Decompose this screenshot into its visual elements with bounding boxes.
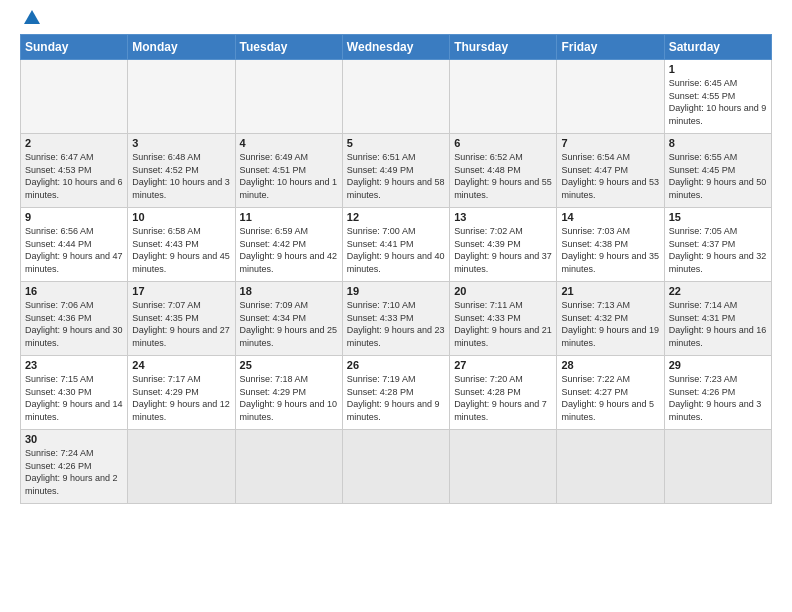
- calendar-cell: 18Sunrise: 7:09 AM Sunset: 4:34 PM Dayli…: [235, 282, 342, 356]
- calendar-cell: 17Sunrise: 7:07 AM Sunset: 4:35 PM Dayli…: [128, 282, 235, 356]
- calendar-header-thursday: Thursday: [450, 35, 557, 60]
- day-info: Sunrise: 7:23 AM Sunset: 4:26 PM Dayligh…: [669, 373, 767, 423]
- calendar-week-row-3: 9Sunrise: 6:56 AM Sunset: 4:44 PM Daylig…: [21, 208, 772, 282]
- calendar-header-row: SundayMondayTuesdayWednesdayThursdayFrid…: [21, 35, 772, 60]
- calendar-cell: 3Sunrise: 6:48 AM Sunset: 4:52 PM Daylig…: [128, 134, 235, 208]
- day-number: 27: [454, 359, 552, 371]
- calendar-cell: 9Sunrise: 6:56 AM Sunset: 4:44 PM Daylig…: [21, 208, 128, 282]
- day-number: 14: [561, 211, 659, 223]
- day-number: 23: [25, 359, 123, 371]
- day-number: 24: [132, 359, 230, 371]
- calendar-cell: 5Sunrise: 6:51 AM Sunset: 4:49 PM Daylig…: [342, 134, 449, 208]
- day-info: Sunrise: 7:02 AM Sunset: 4:39 PM Dayligh…: [454, 225, 552, 275]
- calendar-cell: 30Sunrise: 7:24 AM Sunset: 4:26 PM Dayli…: [21, 430, 128, 504]
- day-info: Sunrise: 6:48 AM Sunset: 4:52 PM Dayligh…: [132, 151, 230, 201]
- day-number: 15: [669, 211, 767, 223]
- logo-icon: [20, 16, 40, 24]
- calendar-cell: [235, 60, 342, 134]
- calendar-cell: [450, 430, 557, 504]
- day-info: Sunrise: 7:24 AM Sunset: 4:26 PM Dayligh…: [25, 447, 123, 497]
- day-number: 2: [25, 137, 123, 149]
- calendar-cell: 28Sunrise: 7:22 AM Sunset: 4:27 PM Dayli…: [557, 356, 664, 430]
- calendar-week-row-6: 30Sunrise: 7:24 AM Sunset: 4:26 PM Dayli…: [21, 430, 772, 504]
- day-number: 4: [240, 137, 338, 149]
- day-info: Sunrise: 7:15 AM Sunset: 4:30 PM Dayligh…: [25, 373, 123, 423]
- day-info: Sunrise: 6:55 AM Sunset: 4:45 PM Dayligh…: [669, 151, 767, 201]
- calendar-cell: 11Sunrise: 6:59 AM Sunset: 4:42 PM Dayli…: [235, 208, 342, 282]
- calendar-header-tuesday: Tuesday: [235, 35, 342, 60]
- calendar-cell: [235, 430, 342, 504]
- header: [20, 16, 772, 24]
- calendar-cell: [128, 430, 235, 504]
- day-info: Sunrise: 7:06 AM Sunset: 4:36 PM Dayligh…: [25, 299, 123, 349]
- day-info: Sunrise: 7:09 AM Sunset: 4:34 PM Dayligh…: [240, 299, 338, 349]
- calendar-cell: 12Sunrise: 7:00 AM Sunset: 4:41 PM Dayli…: [342, 208, 449, 282]
- day-number: 26: [347, 359, 445, 371]
- page: SundayMondayTuesdayWednesdayThursdayFrid…: [0, 0, 792, 514]
- day-number: 9: [25, 211, 123, 223]
- calendar-header-wednesday: Wednesday: [342, 35, 449, 60]
- calendar-cell: [664, 430, 771, 504]
- calendar-header-saturday: Saturday: [664, 35, 771, 60]
- calendar-cell: 23Sunrise: 7:15 AM Sunset: 4:30 PM Dayli…: [21, 356, 128, 430]
- calendar-cell: [342, 430, 449, 504]
- calendar-week-row-5: 23Sunrise: 7:15 AM Sunset: 4:30 PM Dayli…: [21, 356, 772, 430]
- day-number: 19: [347, 285, 445, 297]
- day-number: 17: [132, 285, 230, 297]
- day-number: 1: [669, 63, 767, 75]
- calendar-cell: 4Sunrise: 6:49 AM Sunset: 4:51 PM Daylig…: [235, 134, 342, 208]
- calendar-cell: 8Sunrise: 6:55 AM Sunset: 4:45 PM Daylig…: [664, 134, 771, 208]
- calendar-cell: 29Sunrise: 7:23 AM Sunset: 4:26 PM Dayli…: [664, 356, 771, 430]
- day-number: 20: [454, 285, 552, 297]
- day-number: 30: [25, 433, 123, 445]
- day-number: 28: [561, 359, 659, 371]
- calendar-cell: 13Sunrise: 7:02 AM Sunset: 4:39 PM Dayli…: [450, 208, 557, 282]
- day-number: 3: [132, 137, 230, 149]
- calendar-cell: [557, 430, 664, 504]
- day-info: Sunrise: 6:51 AM Sunset: 4:49 PM Dayligh…: [347, 151, 445, 201]
- calendar-header-sunday: Sunday: [21, 35, 128, 60]
- day-number: 7: [561, 137, 659, 149]
- calendar-cell: 27Sunrise: 7:20 AM Sunset: 4:28 PM Dayli…: [450, 356, 557, 430]
- day-info: Sunrise: 7:20 AM Sunset: 4:28 PM Dayligh…: [454, 373, 552, 423]
- day-number: 18: [240, 285, 338, 297]
- day-info: Sunrise: 7:17 AM Sunset: 4:29 PM Dayligh…: [132, 373, 230, 423]
- calendar-cell: 15Sunrise: 7:05 AM Sunset: 4:37 PM Dayli…: [664, 208, 771, 282]
- calendar-header-friday: Friday: [557, 35, 664, 60]
- calendar-cell: 16Sunrise: 7:06 AM Sunset: 4:36 PM Dayli…: [21, 282, 128, 356]
- day-number: 13: [454, 211, 552, 223]
- day-info: Sunrise: 7:18 AM Sunset: 4:29 PM Dayligh…: [240, 373, 338, 423]
- day-number: 6: [454, 137, 552, 149]
- calendar-week-row-1: 1Sunrise: 6:45 AM Sunset: 4:55 PM Daylig…: [21, 60, 772, 134]
- day-number: 11: [240, 211, 338, 223]
- calendar-cell: [557, 60, 664, 134]
- day-number: 21: [561, 285, 659, 297]
- day-info: Sunrise: 7:05 AM Sunset: 4:37 PM Dayligh…: [669, 225, 767, 275]
- day-info: Sunrise: 7:10 AM Sunset: 4:33 PM Dayligh…: [347, 299, 445, 349]
- day-info: Sunrise: 6:54 AM Sunset: 4:47 PM Dayligh…: [561, 151, 659, 201]
- calendar-cell: 25Sunrise: 7:18 AM Sunset: 4:29 PM Dayli…: [235, 356, 342, 430]
- day-number: 29: [669, 359, 767, 371]
- day-info: Sunrise: 6:59 AM Sunset: 4:42 PM Dayligh…: [240, 225, 338, 275]
- calendar-cell: 14Sunrise: 7:03 AM Sunset: 4:38 PM Dayli…: [557, 208, 664, 282]
- calendar-cell: [21, 60, 128, 134]
- calendar-cell: [450, 60, 557, 134]
- day-info: Sunrise: 6:49 AM Sunset: 4:51 PM Dayligh…: [240, 151, 338, 201]
- day-number: 22: [669, 285, 767, 297]
- calendar-cell: 22Sunrise: 7:14 AM Sunset: 4:31 PM Dayli…: [664, 282, 771, 356]
- day-info: Sunrise: 7:22 AM Sunset: 4:27 PM Dayligh…: [561, 373, 659, 423]
- calendar-week-row-2: 2Sunrise: 6:47 AM Sunset: 4:53 PM Daylig…: [21, 134, 772, 208]
- calendar-cell: 19Sunrise: 7:10 AM Sunset: 4:33 PM Dayli…: [342, 282, 449, 356]
- calendar-cell: [128, 60, 235, 134]
- calendar-cell: 7Sunrise: 6:54 AM Sunset: 4:47 PM Daylig…: [557, 134, 664, 208]
- day-number: 8: [669, 137, 767, 149]
- day-number: 16: [25, 285, 123, 297]
- day-number: 12: [347, 211, 445, 223]
- day-info: Sunrise: 6:58 AM Sunset: 4:43 PM Dayligh…: [132, 225, 230, 275]
- day-info: Sunrise: 6:47 AM Sunset: 4:53 PM Dayligh…: [25, 151, 123, 201]
- calendar-cell: 21Sunrise: 7:13 AM Sunset: 4:32 PM Dayli…: [557, 282, 664, 356]
- day-info: Sunrise: 7:14 AM Sunset: 4:31 PM Dayligh…: [669, 299, 767, 349]
- logo: [20, 16, 40, 24]
- calendar-cell: [342, 60, 449, 134]
- calendar-week-row-4: 16Sunrise: 7:06 AM Sunset: 4:36 PM Dayli…: [21, 282, 772, 356]
